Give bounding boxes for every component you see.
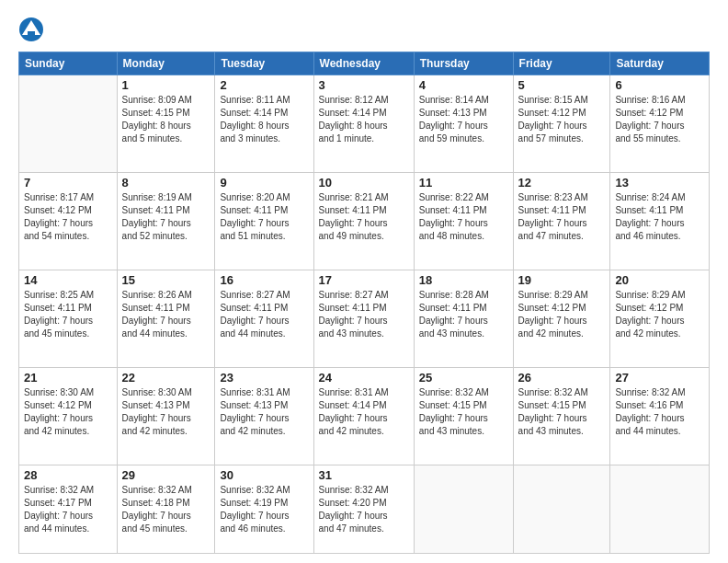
day-info: Sunrise: 8:11 AM Sunset: 4:14 PM Dayligh… — [220, 94, 308, 145]
day-info: Sunrise: 8:19 AM Sunset: 4:11 PM Dayligh… — [122, 191, 210, 243]
day-info: Sunrise: 8:28 AM Sunset: 4:11 PM Dayligh… — [419, 289, 508, 340]
day-number: 11 — [419, 176, 508, 190]
day-info: Sunrise: 8:32 AM Sunset: 4:19 PM Dayligh… — [220, 484, 308, 535]
day-info: Sunrise: 8:16 AM Sunset: 4:12 PM Dayligh… — [615, 94, 704, 145]
day-info: Sunrise: 8:32 AM Sunset: 4:16 PM Dayligh… — [615, 386, 704, 438]
day-number: 18 — [419, 273, 508, 287]
day-info: Sunrise: 8:15 AM Sunset: 4:12 PM Dayligh… — [518, 94, 606, 145]
calendar-cell: 1Sunrise: 8:09 AM Sunset: 4:15 PM Daylig… — [117, 75, 215, 173]
day-info: Sunrise: 8:21 AM Sunset: 4:11 PM Dayligh… — [319, 191, 409, 243]
calendar-cell: 27Sunrise: 8:32 AM Sunset: 4:16 PM Dayli… — [610, 367, 710, 465]
svg-rect-2 — [28, 31, 35, 37]
day-number: 5 — [518, 78, 606, 92]
day-number: 20 — [615, 273, 704, 287]
day-number: 15 — [122, 273, 210, 287]
day-info: Sunrise: 8:32 AM Sunset: 4:15 PM Dayligh… — [419, 386, 508, 438]
calendar-cell: 4Sunrise: 8:14 AM Sunset: 4:13 PM Daylig… — [414, 75, 513, 173]
day-number: 7 — [24, 176, 112, 190]
calendar-cell: 24Sunrise: 8:31 AM Sunset: 4:14 PM Dayli… — [313, 367, 414, 465]
day-number: 3 — [319, 78, 409, 92]
calendar-cell — [414, 465, 513, 553]
day-number: 16 — [220, 273, 308, 287]
calendar-week-0: 1Sunrise: 8:09 AM Sunset: 4:15 PM Daylig… — [19, 75, 710, 173]
calendar-cell: 8Sunrise: 8:19 AM Sunset: 4:11 PM Daylig… — [117, 172, 215, 270]
calendar-cell: 19Sunrise: 8:29 AM Sunset: 4:12 PM Dayli… — [513, 270, 610, 367]
calendar-cell: 9Sunrise: 8:20 AM Sunset: 4:11 PM Daylig… — [215, 172, 313, 270]
calendar-cell: 22Sunrise: 8:30 AM Sunset: 4:13 PM Dayli… — [117, 367, 215, 465]
day-number: 8 — [122, 176, 210, 190]
day-number: 19 — [518, 273, 606, 287]
calendar-header-row: SundayMondayTuesdayWednesdayThursdayFrid… — [19, 52, 710, 75]
day-number: 29 — [122, 468, 210, 482]
day-info: Sunrise: 8:32 AM Sunset: 4:18 PM Dayligh… — [122, 484, 210, 535]
day-number: 31 — [319, 468, 409, 482]
day-number: 24 — [319, 371, 409, 385]
calendar-header-tuesday: Tuesday — [215, 52, 313, 75]
logo-icon — [18, 17, 44, 42]
calendar-cell: 26Sunrise: 8:32 AM Sunset: 4:15 PM Dayli… — [513, 367, 610, 465]
day-number: 23 — [220, 371, 308, 385]
day-info: Sunrise: 8:31 AM Sunset: 4:13 PM Dayligh… — [220, 386, 308, 438]
day-number: 28 — [24, 468, 112, 482]
day-number: 27 — [615, 371, 704, 385]
calendar-cell: 15Sunrise: 8:26 AM Sunset: 4:11 PM Dayli… — [117, 270, 215, 367]
day-info: Sunrise: 8:26 AM Sunset: 4:11 PM Dayligh… — [122, 289, 210, 340]
day-info: Sunrise: 8:25 AM Sunset: 4:11 PM Dayligh… — [24, 289, 112, 340]
day-info: Sunrise: 8:17 AM Sunset: 4:12 PM Dayligh… — [24, 191, 112, 243]
day-info: Sunrise: 8:24 AM Sunset: 4:11 PM Dayligh… — [615, 191, 704, 243]
header — [18, 17, 710, 42]
calendar-cell: 25Sunrise: 8:32 AM Sunset: 4:15 PM Dayli… — [414, 367, 513, 465]
calendar-cell: 12Sunrise: 8:23 AM Sunset: 4:11 PM Dayli… — [513, 172, 610, 270]
calendar-cell: 11Sunrise: 8:22 AM Sunset: 4:11 PM Dayli… — [414, 172, 513, 270]
page: SundayMondayTuesdayWednesdayThursdayFrid… — [0, 0, 728, 563]
calendar-header-saturday: Saturday — [610, 52, 710, 75]
calendar-header-sunday: Sunday — [19, 52, 118, 75]
day-number: 10 — [319, 176, 409, 190]
day-info: Sunrise: 8:32 AM Sunset: 4:15 PM Dayligh… — [518, 386, 606, 438]
day-info: Sunrise: 8:09 AM Sunset: 4:15 PM Dayligh… — [122, 94, 210, 145]
day-info: Sunrise: 8:30 AM Sunset: 4:12 PM Dayligh… — [24, 386, 112, 438]
calendar-header-monday: Monday — [117, 52, 215, 75]
logo — [18, 17, 48, 42]
day-info: Sunrise: 8:29 AM Sunset: 4:12 PM Dayligh… — [518, 289, 606, 340]
day-number: 9 — [220, 176, 308, 190]
day-number: 13 — [615, 176, 704, 190]
calendar-cell: 17Sunrise: 8:27 AM Sunset: 4:11 PM Dayli… — [313, 270, 414, 367]
calendar-header-thursday: Thursday — [414, 52, 513, 75]
calendar-cell: 21Sunrise: 8:30 AM Sunset: 4:12 PM Dayli… — [19, 367, 118, 465]
day-number: 12 — [518, 176, 606, 190]
calendar-cell: 28Sunrise: 8:32 AM Sunset: 4:17 PM Dayli… — [19, 465, 118, 553]
day-number: 25 — [419, 371, 508, 385]
day-number: 4 — [419, 78, 508, 92]
day-number: 17 — [319, 273, 409, 287]
day-info: Sunrise: 8:31 AM Sunset: 4:14 PM Dayligh… — [319, 386, 409, 438]
calendar-cell — [513, 465, 610, 553]
day-number: 22 — [122, 371, 210, 385]
calendar-cell: 18Sunrise: 8:28 AM Sunset: 4:11 PM Dayli… — [414, 270, 513, 367]
day-info: Sunrise: 8:27 AM Sunset: 4:11 PM Dayligh… — [319, 289, 409, 340]
day-number: 6 — [615, 78, 704, 92]
calendar-header-wednesday: Wednesday — [313, 52, 414, 75]
day-number: 14 — [24, 273, 112, 287]
day-info: Sunrise: 8:32 AM Sunset: 4:20 PM Dayligh… — [319, 484, 409, 535]
calendar-cell: 3Sunrise: 8:12 AM Sunset: 4:14 PM Daylig… — [313, 75, 414, 173]
day-number: 2 — [220, 78, 308, 92]
calendar-cell — [610, 465, 710, 553]
day-info: Sunrise: 8:32 AM Sunset: 4:17 PM Dayligh… — [24, 484, 112, 535]
day-info: Sunrise: 8:23 AM Sunset: 4:11 PM Dayligh… — [518, 191, 606, 243]
day-number: 26 — [518, 371, 606, 385]
calendar-cell: 20Sunrise: 8:29 AM Sunset: 4:12 PM Dayli… — [610, 270, 710, 367]
calendar-cell: 10Sunrise: 8:21 AM Sunset: 4:11 PM Dayli… — [313, 172, 414, 270]
day-number: 1 — [122, 78, 210, 92]
day-info: Sunrise: 8:27 AM Sunset: 4:11 PM Dayligh… — [220, 289, 308, 340]
calendar-header-friday: Friday — [513, 52, 610, 75]
calendar-cell — [19, 75, 118, 173]
calendar-week-4: 28Sunrise: 8:32 AM Sunset: 4:17 PM Dayli… — [19, 465, 710, 553]
calendar-cell: 5Sunrise: 8:15 AM Sunset: 4:12 PM Daylig… — [513, 75, 610, 173]
calendar-cell: 29Sunrise: 8:32 AM Sunset: 4:18 PM Dayli… — [117, 465, 215, 553]
day-info: Sunrise: 8:14 AM Sunset: 4:13 PM Dayligh… — [419, 94, 508, 145]
day-info: Sunrise: 8:29 AM Sunset: 4:12 PM Dayligh… — [615, 289, 704, 340]
day-info: Sunrise: 8:30 AM Sunset: 4:13 PM Dayligh… — [122, 386, 210, 438]
calendar-cell: 16Sunrise: 8:27 AM Sunset: 4:11 PM Dayli… — [215, 270, 313, 367]
calendar-table: SundayMondayTuesdayWednesdayThursdayFrid… — [18, 52, 710, 554]
